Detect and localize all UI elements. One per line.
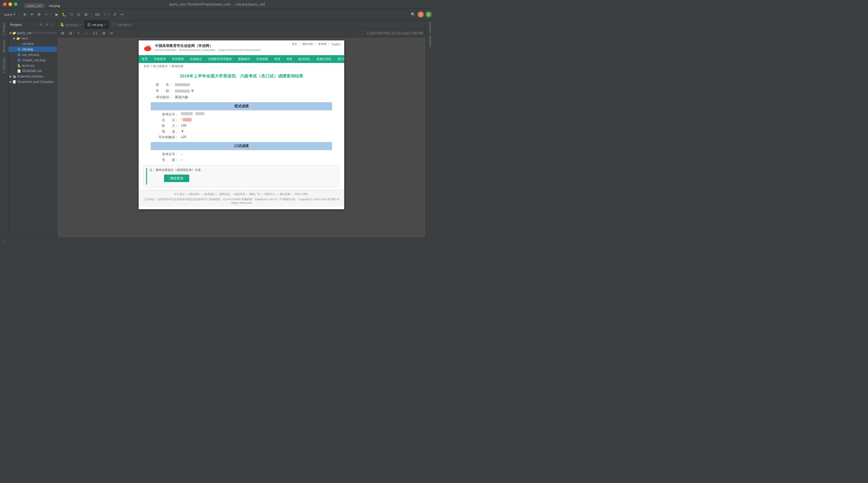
- reading-value: ▼: [181, 129, 184, 134]
- tree-item-query-py[interactable]: 🐍 query.py: [8, 63, 57, 68]
- menu-gaokao[interactable]: 高考: [271, 55, 283, 63]
- settings-run-icon[interactable]: ⚙: [418, 240, 424, 242]
- writing-value: 125: [181, 135, 186, 140]
- tree-item-project-root[interactable]: ▶ 📁 query_cet ~/PycharmProjects/query_ce…: [8, 30, 57, 36]
- tree-item-scratches[interactable]: ▶ 📝 Scratches and Consoles: [8, 79, 57, 84]
- color-picker-icon[interactable]: ⊕: [101, 30, 107, 36]
- project-path: ~/PycharmProjects/query_cet: [31, 31, 57, 34]
- nav-site-nav[interactable]: 网站导航: [302, 42, 313, 46]
- menu-tupian[interactable]: 图像校对: [235, 55, 253, 63]
- menu-cet[interactable]: 四六级查分: [335, 55, 344, 63]
- tab-query-py[interactable]: 🐍 query.py ×: [57, 21, 84, 29]
- ticket-blurred: [181, 112, 193, 115]
- image-info: 1,024×949 PNG (32-bit color) 3.89 MB: [367, 31, 423, 35]
- tree-item-venv[interactable]: ▶ 📁 venv: [8, 36, 57, 41]
- menu-xueli[interactable]: 学历查询: [169, 55, 187, 63]
- undo-icon[interactable]: ↩: [119, 11, 125, 18]
- menu-chuguo[interactable]: 出国教育背景服务: [205, 55, 235, 63]
- tab-cet-html[interactable]: ⬛ cet.html ×: [109, 21, 135, 29]
- tree-item-cet-png[interactable]: 🖼 cet.png: [8, 47, 57, 52]
- minimize-icon[interactable]: —: [43, 11, 50, 18]
- sidebar: Project ⊕ ⚙ — ▶ 📁 query_cet ~/PycharmPro…: [8, 21, 57, 238]
- pencil-icon[interactable]: ✏: [109, 30, 115, 36]
- profile-button[interactable]: ⊙: [76, 11, 82, 18]
- continue-query-button[interactable]: 继续查询: [164, 175, 189, 182]
- oral-ticket-label: 准考证号：: [151, 152, 181, 156]
- nav-home[interactable]: 首页: [292, 42, 297, 46]
- zoom-out-icon[interactable]: −: [83, 30, 89, 36]
- tree-item-external-libs[interactable]: ▶ 📚 External Libraries: [8, 73, 57, 79]
- sideview-stripe[interactable]: SideView: [429, 22, 432, 33]
- concurrency-button[interactable]: ⊞: [83, 11, 89, 18]
- toolbar-right: 🔍 J Q: [410, 11, 432, 18]
- image-content[interactable]: 中国高等教育学生信息网（学信网） 教育部学历查询网站、教育部高校招生阳光工程指定…: [57, 37, 426, 238]
- tree-item-cet-html[interactable]: ⬛ cet.html: [8, 41, 57, 47]
- debug-button[interactable]: 🐛: [61, 11, 67, 18]
- menu-xuji[interactable]: 学籍查询: [151, 55, 169, 63]
- settings-icon[interactable]: ⚙: [36, 11, 42, 18]
- maximize-button[interactable]: [14, 2, 18, 6]
- name-value-blurred: [175, 83, 190, 86]
- menu-home[interactable]: 首页: [138, 55, 151, 63]
- user-icon[interactable]: Q: [426, 11, 432, 18]
- listening-value: 135: [181, 124, 186, 128]
- menu-dangan[interactable]: 学信档案: [253, 55, 271, 63]
- py-file-icon: 🐍: [17, 63, 21, 67]
- project-label: query: [4, 13, 13, 16]
- cet-png-label: cet.png: [22, 47, 33, 51]
- close-cet-png-icon[interactable]: ×: [104, 23, 106, 26]
- fit-icon[interactable]: ⊞: [60, 30, 66, 36]
- git-refresh-icon[interactable]: ↺: [112, 11, 118, 18]
- right-stripe: SideView Database: [426, 21, 434, 238]
- close-run-icon[interactable]: ×: [28, 241, 30, 242]
- project-stripe[interactable]: 1: Project: [2, 23, 6, 36]
- grid-icon[interactable]: ⊟: [67, 30, 73, 36]
- name-row: 姓 名：: [151, 82, 332, 88]
- minimize-run-icon[interactable]: —: [426, 240, 432, 242]
- menu-zhengfa[interactable]: 政法招生: [296, 55, 313, 63]
- tree-item-mosaic-cet[interactable]: 🖼 mosaic_cet.png: [8, 57, 57, 63]
- main-layout: 1: Project Structure 2: Favorites Projec…: [0, 21, 434, 238]
- favorites-stripe[interactable]: 2: Favorites: [2, 58, 6, 73]
- tab-cet-png[interactable]: 🖼 cet.png ×: [84, 21, 109, 29]
- close-cet-html-icon[interactable]: ×: [130, 23, 132, 26]
- query-py-label: query.py: [22, 64, 34, 67]
- cet-png-tab-label: cet.png: [92, 23, 103, 27]
- menu-zaixian[interactable]: 在线验证: [187, 55, 205, 63]
- refresh-icon[interactable]: ⟳: [29, 11, 35, 18]
- avatar-icon[interactable]: J: [418, 11, 424, 18]
- nav-edu[interactable]: 教育网: [318, 42, 327, 46]
- structure-stripe[interactable]: Structure: [2, 40, 6, 53]
- total-score-row: 总 分： ε: [151, 117, 332, 123]
- tree-item-readme[interactable]: 📄 README.md: [8, 68, 57, 73]
- project-title: Project: [10, 23, 22, 27]
- coverage-button[interactable]: 🛡: [68, 11, 74, 18]
- navigate-icon[interactable]: ⊕: [22, 11, 28, 18]
- run-button[interactable]: ▶: [54, 11, 60, 18]
- school-row: 学 校： 亭: [151, 88, 332, 94]
- run-tab[interactable]: ▶ query ×: [11, 238, 32, 241]
- tree-item-cut-cet[interactable]: 🖼 cut_cet.png: [8, 52, 57, 57]
- search-icon[interactable]: 🔍: [410, 11, 416, 18]
- chsi-footer: 中心简介 — 网站简介 — 联系我们 — 招聘信息 — 版权声明 — 网站广告 …: [138, 190, 344, 207]
- database-stripe[interactable]: Database: [429, 35, 432, 47]
- close-sidebar-icon[interactable]: —: [50, 22, 55, 27]
- close-button[interactable]: [3, 2, 7, 6]
- editor-tabs: 🐍 query.py × 🖼 cet.png × ⬛ cet.html ×: [57, 21, 426, 29]
- mosaic-cet-label: mosaic_cet.png: [22, 58, 45, 62]
- scope-icon[interactable]: ⊕: [38, 22, 43, 27]
- gear-icon[interactable]: ⚙: [44, 22, 49, 27]
- sidebar-toolbar: Project ⊕ ⚙ —: [8, 21, 57, 29]
- minimize-button[interactable]: [8, 2, 12, 6]
- zoom-in-icon[interactable]: +: [75, 30, 82, 36]
- nav-english[interactable]: English: [332, 43, 341, 46]
- project-dropdown[interactable]: query ▾: [2, 11, 17, 18]
- chsi-page-title: 2019年上半年全国大学英语四、六级考试（含口试）成绩查询结果: [138, 70, 344, 82]
- zoom-level[interactable]: 1:1: [91, 30, 99, 37]
- window-tab-query-cet[interactable]: query_cet: [24, 3, 44, 8]
- window-tab-cet-png[interactable]: cet.png: [46, 3, 63, 8]
- ticket-blurred2: [195, 112, 204, 115]
- menu-kaoyan[interactable]: 考研: [283, 55, 296, 63]
- menu-gangao[interactable]: 港澳台招生: [313, 55, 335, 63]
- close-query-py-icon[interactable]: ×: [79, 23, 81, 26]
